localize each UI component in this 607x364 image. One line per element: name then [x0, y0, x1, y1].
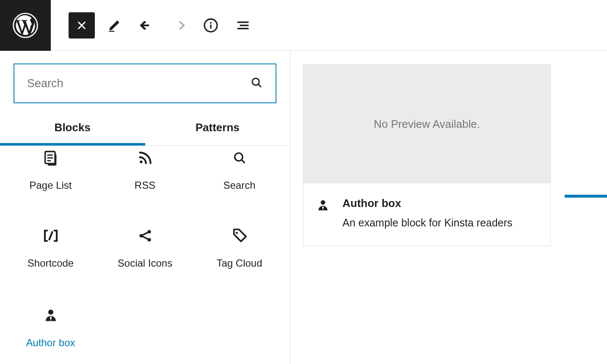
block-tag-cloud[interactable]: Tag Cloud [192, 208, 287, 286]
editor-toolbar [0, 0, 607, 51]
person-tie-icon [43, 306, 58, 324]
block-inserter-panel: Blocks Patterns Page List RSS Search [0, 51, 290, 364]
preview-card: No Preview Available. Author box An exam… [303, 64, 551, 246]
wordpress-icon [12, 12, 39, 39]
tab-patterns[interactable]: Patterns [145, 112, 290, 146]
tag-icon [231, 227, 248, 245]
page-list-icon [42, 149, 59, 167]
block-page-list[interactable]: Page List [3, 146, 98, 208]
svg-point-2 [210, 22, 212, 23]
block-search[interactable]: Search [192, 146, 287, 208]
svg-rect-3 [210, 25, 211, 28]
preview-title: Author box [342, 197, 513, 210]
block-author-box[interactable]: Author box [3, 286, 98, 364]
inserter-tabs: Blocks Patterns [0, 112, 290, 146]
block-shortcode[interactable]: Shortcode [3, 208, 98, 286]
shortcode-icon [42, 227, 60, 245]
tab-blocks[interactable]: Blocks [0, 112, 145, 146]
svg-point-6 [140, 160, 142, 163]
pencil-icon [106, 17, 122, 33]
svg-point-7 [235, 153, 242, 161]
redo-button [166, 13, 191, 38]
svg-point-13 [321, 200, 326, 205]
search-block-icon [232, 149, 247, 167]
block-label: Author box [26, 337, 75, 349]
block-label: Social Icons [118, 257, 172, 269]
search-field[interactable] [14, 63, 276, 103]
info-icon [203, 18, 218, 33]
block-rss[interactable]: RSS [98, 146, 192, 208]
info-button[interactable] [198, 13, 223, 38]
preview-placeholder: No Preview Available. [304, 65, 550, 183]
undo-button[interactable] [134, 13, 159, 38]
block-label: Tag Cloud [216, 257, 262, 269]
svg-point-11 [235, 232, 237, 234]
close-icon [75, 19, 88, 32]
svg-point-12 [48, 310, 53, 315]
list-view-icon [235, 18, 251, 33]
svg-point-4 [252, 78, 259, 85]
redo-icon [171, 17, 187, 33]
block-grid: Page List RSS Search Shortcode [0, 146, 290, 364]
rss-icon [137, 149, 153, 167]
block-label: Page List [29, 179, 72, 191]
search-input[interactable] [27, 77, 263, 90]
edit-tool-button[interactable] [102, 13, 127, 38]
search-icon [250, 76, 263, 91]
share-icon [137, 227, 153, 245]
wordpress-logo[interactable] [0, 0, 51, 51]
block-label: Search [223, 179, 255, 191]
preview-block-icon [316, 197, 330, 214]
block-label: RSS [135, 179, 155, 191]
preview-pane: No Preview Available. Author box An exam… [290, 51, 607, 364]
block-social-icons[interactable]: Social Icons [98, 208, 192, 286]
undo-icon [138, 17, 155, 33]
preview-description: An example block for Kinsta readers [342, 217, 513, 229]
side-accent [565, 195, 607, 198]
block-label: Shortcode [28, 257, 74, 269]
close-inserter-button[interactable] [69, 12, 95, 39]
list-view-button[interactable] [230, 13, 256, 38]
